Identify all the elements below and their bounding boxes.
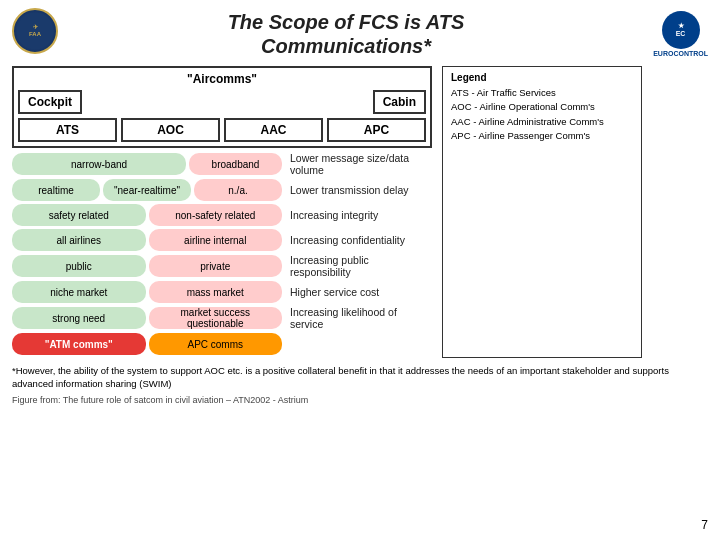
row-label: Lower transmission delay xyxy=(282,184,432,196)
cell-apc-comms: APC comms xyxy=(149,333,283,355)
legend-box: Legend ATS - Air Traffic Services AOC - … xyxy=(442,66,642,358)
cabin-box: Cabin xyxy=(373,90,426,114)
row-label: Increasing public responsibility xyxy=(282,254,432,278)
faa-logo: ✈FAA xyxy=(12,8,64,60)
table-row: "ATM comms" APC comms xyxy=(12,333,432,355)
row-cells: public private xyxy=(12,255,282,277)
row-label: Increasing likelihood of service xyxy=(282,306,432,330)
eurocontrol-label: EUROCONTROL xyxy=(653,50,708,57)
cockpit-cabin-row: Cockpit Cabin xyxy=(18,90,426,114)
ats-box: ATS xyxy=(18,118,117,142)
cell-near-realtime: "near-realtime" xyxy=(103,179,191,201)
cell-strong-need: strong need xyxy=(12,307,146,329)
aircomms-box: "Aircomms" Cockpit Cabin ATS AOC AAC xyxy=(12,66,432,148)
row-cells: safety related non-safety related xyxy=(12,204,282,226)
footer-note: *However, the ability of the system to s… xyxy=(12,364,708,391)
cell-na: n./a. xyxy=(194,179,282,201)
data-rows: narrow-band broadband Lower message size… xyxy=(12,152,432,355)
table-row: safety related non-safety related Increa… xyxy=(12,204,432,226)
footer-source: Figure from: The future role of satcom i… xyxy=(12,394,708,407)
cell-all-airlines: all airlines xyxy=(12,229,146,251)
euro-circle-icon: ★EC xyxy=(662,11,700,49)
row-label: Increasing confidentiality xyxy=(282,234,432,246)
row-label: Increasing integrity xyxy=(282,209,432,221)
faa-circle-icon: ✈FAA xyxy=(12,8,58,54)
title-text: The Scope of FCS is ATS Communications* xyxy=(64,10,628,58)
row-cells: all airlines airline internal xyxy=(12,229,282,251)
cell-private: private xyxy=(149,255,283,277)
cell-airline-internal: airline internal xyxy=(149,229,283,251)
table-row: niche market mass market Higher service … xyxy=(12,281,432,303)
aac-box: AAC xyxy=(224,118,323,142)
cockpit-box: Cockpit xyxy=(18,90,82,114)
legend-item-aac: AAC - Airline Administrative Comm's xyxy=(451,115,633,129)
legend-item-ats: ATS - Air Traffic Services xyxy=(451,86,633,100)
cell-market-questionable: market success questionable xyxy=(149,307,283,329)
cell-non-safety: non-safety related xyxy=(149,204,283,226)
page-title: The Scope of FCS is ATS Communications* xyxy=(64,10,628,58)
cell-safety: safety related xyxy=(12,204,146,226)
legend-item-aoc: AOC - Airline Operational Comm's xyxy=(451,100,633,114)
legend-item-apc: APC - Airline Passenger Comm's xyxy=(451,129,633,143)
page-number: 7 xyxy=(701,518,708,532)
row-cells: narrow-band broadband xyxy=(12,153,282,175)
row-label: Lower message size/data volume xyxy=(282,152,432,176)
row-cells: realtime "near-realtime" n./a. xyxy=(12,179,282,201)
eurocontrol-logo: ★EC EUROCONTROL xyxy=(653,11,708,57)
cell-niche: niche market xyxy=(12,281,146,303)
cell-realtime: realtime xyxy=(12,179,100,201)
row-label: Higher service cost xyxy=(282,286,432,298)
table-row: all airlines airline internal Increasing… xyxy=(12,229,432,251)
aircomms-label: "Aircomms" xyxy=(18,72,426,86)
ats-row: ATS AOC AAC APC xyxy=(18,118,426,142)
cell-public: public xyxy=(12,255,146,277)
table-row: public private Increasing public respons… xyxy=(12,254,432,278)
aoc-box: AOC xyxy=(121,118,220,142)
diagram-section: "Aircomms" Cockpit Cabin ATS AOC AAC xyxy=(12,66,432,358)
row-cells: niche market mass market xyxy=(12,281,282,303)
apc-box: APC xyxy=(327,118,426,142)
table-row: realtime "near-realtime" n./a. Lower tra… xyxy=(12,179,432,201)
main-body: "Aircomms" Cockpit Cabin ATS AOC AAC xyxy=(12,66,708,358)
table-row: strong need market success questionable … xyxy=(12,306,432,330)
footer: *However, the ability of the system to s… xyxy=(12,364,708,406)
cell-narrow-band: narrow-band xyxy=(12,153,186,175)
cell-broadband: broadband xyxy=(189,153,282,175)
cell-mass: mass market xyxy=(149,281,283,303)
header: ✈FAA The Scope of FCS is ATS Communicati… xyxy=(12,8,708,60)
eurocontrol-logo-area: ★EC EUROCONTROL xyxy=(628,8,708,60)
row-cells: "ATM comms" APC comms xyxy=(12,333,282,355)
table-row: narrow-band broadband Lower message size… xyxy=(12,152,432,176)
page: ✈FAA The Scope of FCS is ATS Communicati… xyxy=(0,0,720,540)
cell-atm-comms: "ATM comms" xyxy=(12,333,146,355)
legend-title: Legend xyxy=(451,72,633,83)
row-cells: strong need market success questionable xyxy=(12,307,282,329)
